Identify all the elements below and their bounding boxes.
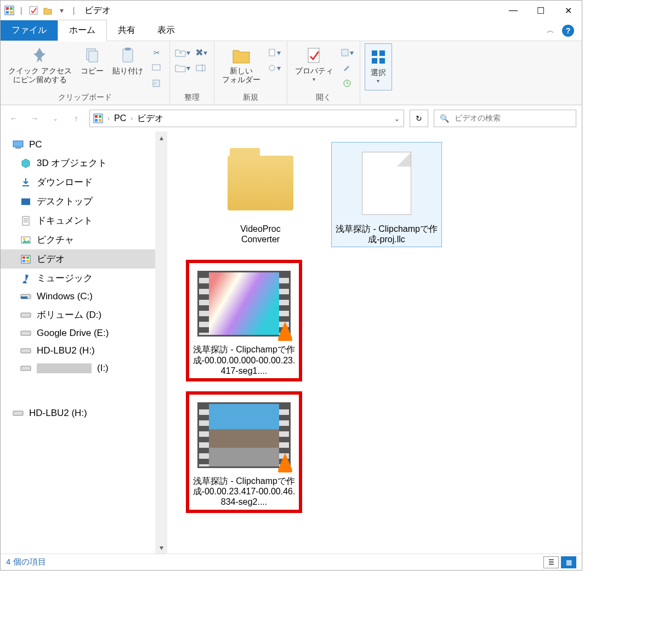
- address-dropdown-icon[interactable]: ⌄: [394, 114, 400, 123]
- qat-properties-icon[interactable]: [28, 5, 39, 16]
- nav-desktop[interactable]: デスクトップ: [1, 192, 155, 211]
- ribbon-tab-row: ファイル ホーム 共有 表示 ︿ ?: [1, 20, 582, 41]
- nav-downloads[interactable]: ダウンロード: [1, 173, 155, 192]
- nav-pictures[interactable]: ピクチャ: [1, 230, 155, 249]
- open-button[interactable]: ▾: [339, 45, 355, 60]
- nav-up-button[interactable]: ↑: [69, 111, 84, 126]
- svg-rect-45: [21, 313, 31, 317]
- svg-rect-39: [22, 257, 25, 259]
- desktop-icon: [20, 197, 31, 207]
- file-item-folder[interactable]: VideoProc Converter: [206, 143, 315, 247]
- collapse-ribbon-icon[interactable]: ︿: [547, 26, 554, 36]
- nav-item-label: ミュージック: [37, 272, 93, 284]
- breadcrumb-folder[interactable]: ビデオ: [137, 113, 163, 124]
- copy-to-button[interactable]: ▾: [174, 61, 191, 75]
- nav-scrollbar[interactable]: ▴ ▾: [155, 132, 167, 554]
- file-caption: 浅草探訪 - Clipchampで作成-00.00.00.000-00.00.2…: [191, 344, 297, 376]
- nav-pc-label: PC: [29, 139, 42, 150]
- paste-shortcut-button[interactable]: [149, 76, 165, 90]
- nav-videos[interactable]: ビデオ: [1, 249, 155, 269]
- close-button[interactable]: ✕: [554, 2, 582, 19]
- new-item-icon: [267, 48, 277, 57]
- content-area-wrap: ▴ ▾ VideoProc Converter 浅草探訪 - Clipchamp…: [155, 132, 582, 554]
- svg-rect-16: [308, 48, 319, 62]
- svg-rect-25: [99, 115, 101, 118]
- file-item-seg2[interactable]: 浅草探訪 - Clipchampで作成-00.00.23.417-00.00.4…: [189, 395, 299, 510]
- select-button[interactable]: 選択 ▾: [365, 43, 392, 90]
- pc-icon: [13, 140, 24, 150]
- app-icon: [4, 5, 15, 16]
- edit-button[interactable]: [339, 61, 355, 75]
- new-folder-icon: [231, 45, 251, 65]
- nav-music[interactable]: ミュージック: [1, 269, 155, 288]
- file-item-proj[interactable]: 浅草探訪 - Clipchampで作成-proj.llc: [332, 143, 441, 247]
- properties-dropdown-icon: ▾: [313, 76, 315, 82]
- qat-folder-icon[interactable]: [42, 5, 53, 16]
- nav-pc[interactable]: PC: [1, 136, 155, 153]
- nav-drive-d[interactable]: ボリューム (D:): [1, 305, 155, 324]
- tab-share[interactable]: 共有: [107, 20, 146, 41]
- svg-rect-22: [379, 58, 385, 64]
- delete-icon: ✖: [195, 47, 203, 59]
- nav-drive-c[interactable]: Windows (C:): [1, 288, 155, 305]
- scroll-down-icon[interactable]: ▾: [155, 542, 167, 554]
- svg-rect-29: [15, 147, 21, 149]
- explorer-window: | ▾ | ビデオ — ☐ ✕ ファイル ホーム 共有 表示 ︿ ?: [0, 0, 582, 571]
- tab-view[interactable]: 表示: [146, 20, 186, 41]
- nav-item-label: 3D オブジェクト: [37, 157, 107, 169]
- rename-button[interactable]: [193, 61, 209, 75]
- videos-icon: [20, 254, 31, 264]
- svg-rect-17: [342, 49, 348, 56]
- easy-access-button[interactable]: ▾: [266, 61, 282, 75]
- copy-path-button[interactable]: [149, 61, 165, 75]
- copy-button[interactable]: コピー: [77, 43, 107, 90]
- nav-documents[interactable]: ドキュメント: [1, 211, 155, 230]
- nav-item-label: Google Drive (E:): [37, 328, 109, 339]
- nav-recent-button[interactable]: ⌄: [48, 111, 63, 126]
- large-icons-view-button[interactable]: ▦: [561, 556, 576, 568]
- nav-drive-h2[interactable]: HD-LBU2 (H:): [1, 404, 155, 422]
- move-to-button[interactable]: ▾: [174, 45, 191, 60]
- new-item-button[interactable]: ▾: [266, 45, 282, 60]
- svg-rect-14: [269, 49, 275, 56]
- new-folder-button[interactable]: 新しい フォルダー: [219, 43, 264, 90]
- scroll-up-icon[interactable]: ▴: [155, 132, 167, 144]
- ribbon-group-clipboard: クイック アクセス にピン留めする コピー 貼り付け ✂: [1, 41, 170, 105]
- copy-label: コピー: [81, 66, 104, 75]
- svg-rect-48: [21, 366, 31, 371]
- svg-rect-47: st#888"/>: [21, 349, 31, 353]
- document-icon: [362, 152, 411, 215]
- search-box[interactable]: 🔍 ビデオの検索: [434, 110, 576, 127]
- nav-drive-i[interactable]: (I:): [1, 360, 155, 377]
- refresh-button[interactable]: ↻: [410, 110, 428, 127]
- tab-file[interactable]: ファイル: [1, 20, 58, 41]
- nav-back-button[interactable]: ←: [6, 111, 21, 126]
- file-item-seg1[interactable]: 浅草探訪 - Clipchampで作成-00.00.00.000-00.00.2…: [189, 263, 299, 378]
- group-label-open: 開く: [316, 90, 331, 104]
- cut-button[interactable]: ✂: [149, 45, 165, 60]
- svg-rect-12: [196, 65, 205, 71]
- video-thumb-icon: [197, 402, 291, 468]
- qat-dropdown-icon[interactable]: ▾: [56, 5, 67, 16]
- move-to-icon: [174, 48, 186, 58]
- maximize-button[interactable]: ☐: [527, 2, 554, 19]
- minimize-button[interactable]: —: [500, 2, 527, 19]
- address-bar[interactable]: › PC › ビデオ ⌄: [89, 110, 404, 127]
- help-icon[interactable]: ?: [562, 25, 574, 37]
- history-button[interactable]: [339, 76, 355, 90]
- nav-drive-h[interactable]: st#888"/> HD-LBU2 (H:): [1, 342, 155, 360]
- breadcrumb-sep-1: ›: [107, 115, 110, 122]
- tab-home[interactable]: ホーム: [58, 20, 107, 42]
- explorer-body: PC 3D オブジェクト ダウンロード デスクトップ ドキュメント ピクチャ: [1, 132, 582, 554]
- delete-button[interactable]: ✖▾: [193, 45, 209, 60]
- svg-rect-49: [13, 411, 23, 415]
- properties-button[interactable]: プロパティ ▾: [292, 43, 337, 90]
- breadcrumb-pc[interactable]: PC: [114, 113, 126, 123]
- nav-3d-objects[interactable]: 3D オブジェクト: [1, 153, 155, 173]
- nav-item-label: ビデオ: [37, 253, 65, 265]
- nav-forward-button[interactable]: →: [27, 111, 42, 126]
- details-view-button[interactable]: ☰: [543, 556, 559, 568]
- nav-drive-e[interactable]: Google Drive (E:): [1, 324, 155, 342]
- paste-button[interactable]: 貼り付け: [109, 43, 146, 90]
- pin-to-quick-access-button[interactable]: クイック アクセス にピン留めする: [5, 43, 75, 90]
